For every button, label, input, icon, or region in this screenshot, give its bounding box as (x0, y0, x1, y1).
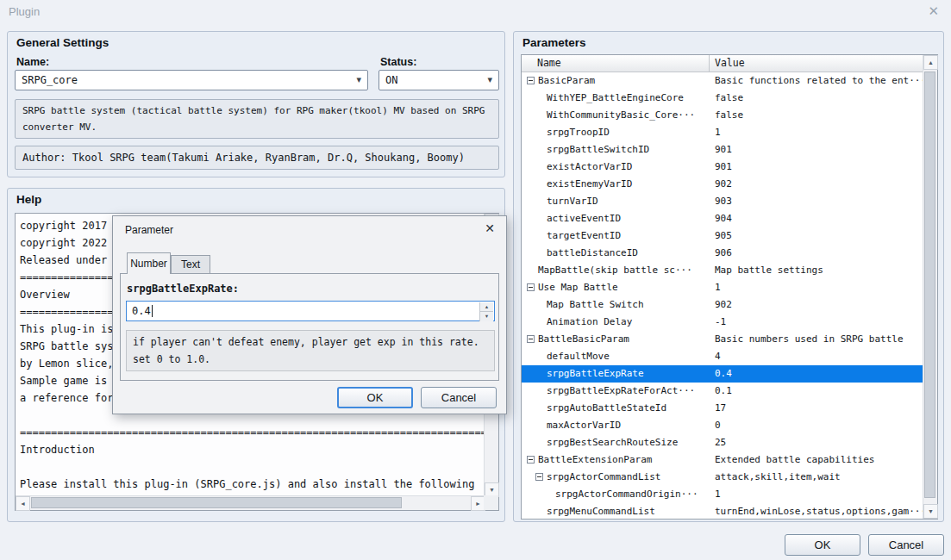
param-row[interactable]: srpgAutoBattleStateId17 (522, 400, 923, 417)
param-row[interactable]: defaultMove4 (522, 348, 923, 365)
collapse-icon[interactable] (527, 456, 535, 464)
param-input-value: 0.4 (132, 305, 151, 317)
scroll-down-icon[interactable]: ▼ (923, 504, 938, 519)
param-name-cell: Map Battle Switch (522, 296, 710, 314)
param-row[interactable]: Map Battle Switch902 (522, 296, 923, 314)
param-value-cell: 17 (710, 400, 923, 417)
parameters-table: Name Value BasicParamBasic functions rel… (521, 54, 938, 520)
dialog-close-icon[interactable]: ✕ (485, 221, 495, 235)
number-spinner[interactable]: ▲ ▼ (479, 302, 493, 321)
param-row[interactable]: Use Map Battle1 (522, 279, 923, 296)
param-row[interactable]: BattleExtensionParamExtended battle capa… (522, 451, 923, 469)
param-name-cell: srpgBattleExpRate (522, 365, 710, 383)
table-header: Name Value (522, 55, 923, 72)
general-settings-panel: General Settings Name: SRPG_core ▾ Statu… (7, 31, 505, 177)
collapse-icon[interactable] (527, 283, 535, 291)
column-header-value[interactable]: Value (710, 55, 923, 72)
param-value-cell: Basic numbers used in SRPG battle (710, 331, 923, 348)
window-titlebar: Plugin ✕ (0, 0, 951, 22)
tab-number[interactable]: Number (127, 252, 171, 274)
param-row[interactable]: battleDistanceID906 (522, 245, 923, 262)
help-title: Help (16, 193, 41, 206)
chevron-down-icon: ▾ (356, 74, 361, 85)
scroll-left-icon[interactable]: ◄ (16, 496, 30, 511)
window-close-icon[interactable]: ✕ (928, 3, 939, 19)
param-row[interactable]: maxActorVarID0 (522, 417, 923, 434)
param-row[interactable]: existActorVarID901 (522, 159, 923, 176)
param-row[interactable]: targetEventID905 (522, 227, 923, 245)
plugin-name-value: SRPG_core (22, 74, 78, 86)
collapse-icon[interactable] (527, 335, 535, 343)
general-settings-title: General Settings (16, 36, 109, 49)
param-name-cell: srpgBattleExpRateForAct··· (522, 383, 710, 400)
plugin-name-dropdown[interactable]: SRPG_core ▾ (15, 70, 368, 90)
param-row[interactable]: turnVarID903 (522, 193, 923, 210)
param-name-cell: turnVarID (522, 193, 710, 210)
param-row[interactable]: activeEventID904 (522, 210, 923, 227)
scrollbar-corner (484, 495, 498, 510)
status-label: Status: (380, 56, 416, 68)
parameters-title: Parameters (522, 36, 586, 49)
horizontal-scrollbar-thumb[interactable] (31, 497, 402, 508)
dialog-tab-panel: srpgBattleExpRate: 0.4 ▲ ▼ if player can… (120, 273, 499, 381)
param-value-cell: attack,skill,item,wait (710, 469, 923, 486)
cancel-button[interactable]: Cancel (868, 534, 944, 556)
param-name-cell: srpgActorCommandList (522, 469, 710, 486)
param-row[interactable]: srpgActorCommandOrigin···1 (522, 486, 923, 503)
param-value-cell: 4 (710, 348, 923, 365)
param-value-cell: 0.1 (710, 383, 923, 400)
tab-text[interactable]: Text (171, 255, 210, 274)
param-row[interactable]: srpgBattleExpRateForAct···0.1 (522, 383, 923, 400)
param-row[interactable]: srpgActorCommandListattack,skill,item,wa… (522, 469, 923, 486)
param-value-cell: turnEnd,winLose,status,options,gam··· (710, 503, 923, 519)
param-row[interactable]: srpgBestSearchRouteSize25 (522, 434, 923, 451)
param-value-cell: 1 (710, 486, 923, 503)
window-title: Plugin (9, 5, 40, 18)
param-name-cell: srpgMenuCommandList (522, 503, 710, 519)
param-row[interactable]: WithYEP_BattleEngineCorefalse (522, 90, 923, 107)
collapse-icon[interactable] (535, 473, 543, 481)
status-value: ON (385, 74, 397, 86)
spinner-down-icon[interactable]: ▼ (479, 312, 493, 321)
ok-button[interactable]: OK (785, 534, 860, 556)
status-dropdown[interactable]: ON ▾ (379, 70, 499, 90)
param-value-cell: false (710, 107, 923, 124)
chevron-down-icon: ▾ (487, 74, 492, 85)
parameters-vertical-scrollbar[interactable]: ▲ ▼ (923, 55, 937, 519)
collapse-icon[interactable] (527, 77, 535, 84)
param-value-input[interactable]: 0.4 ▲ ▼ (126, 301, 495, 321)
param-name-cell: MapBattle(skip battle sc··· (522, 262, 710, 279)
param-row[interactable]: MapBattle(skip battle sc···Map battle se… (522, 262, 923, 279)
param-value-cell: Extended battle capabilities (710, 451, 923, 469)
param-value-cell: 904 (710, 210, 923, 227)
help-horizontal-scrollbar[interactable]: ◄ ► (16, 495, 485, 510)
param-row[interactable]: srpgTroopID1 (522, 124, 923, 141)
param-row[interactable]: srpgBattleExpRate0.4 (522, 365, 923, 383)
scroll-up-icon[interactable]: ▲ (923, 55, 938, 70)
param-value-cell: Map battle settings (710, 262, 923, 279)
param-value-cell: 1 (710, 279, 923, 296)
dialog-ok-button[interactable]: OK (337, 387, 413, 408)
param-name-cell: BattleExtensionParam (522, 451, 710, 469)
param-help-text: if player can't defeat enemy, player get… (126, 330, 495, 371)
param-value-cell: 906 (710, 245, 923, 262)
param-row[interactable]: srpgMenuCommandListturnEnd,winLose,statu… (522, 503, 923, 519)
param-row[interactable]: WithCommunityBasic_Core···false (522, 107, 923, 124)
param-name-cell: defaultMove (522, 348, 710, 365)
vertical-scrollbar-thumb[interactable] (924, 72, 935, 498)
param-name-cell: activeEventID (522, 210, 710, 227)
dialog-cancel-button[interactable]: Cancel (421, 387, 497, 408)
param-value-cell: false (710, 90, 923, 107)
param-row[interactable]: BattleBasicParamBasic numbers used in SR… (522, 331, 923, 348)
param-row[interactable]: BasicParamBasic functions related to the… (522, 72, 923, 90)
param-name-cell: maxActorVarID (522, 417, 710, 434)
name-label: Name: (16, 56, 49, 68)
plugin-author: Author: Tkool SRPG team(Takumi Ariake, R… (15, 146, 499, 170)
param-row[interactable]: existEnemyVarID902 (522, 176, 923, 193)
spinner-up-icon[interactable]: ▲ (479, 302, 493, 312)
param-row[interactable]: srpgBattleSwitchID901 (522, 141, 923, 159)
column-header-name[interactable]: Name (522, 55, 710, 72)
param-row[interactable]: Animation Delay-1 (522, 314, 923, 331)
text-cursor (152, 305, 153, 317)
param-name-cell: srpgTroopID (522, 124, 710, 141)
